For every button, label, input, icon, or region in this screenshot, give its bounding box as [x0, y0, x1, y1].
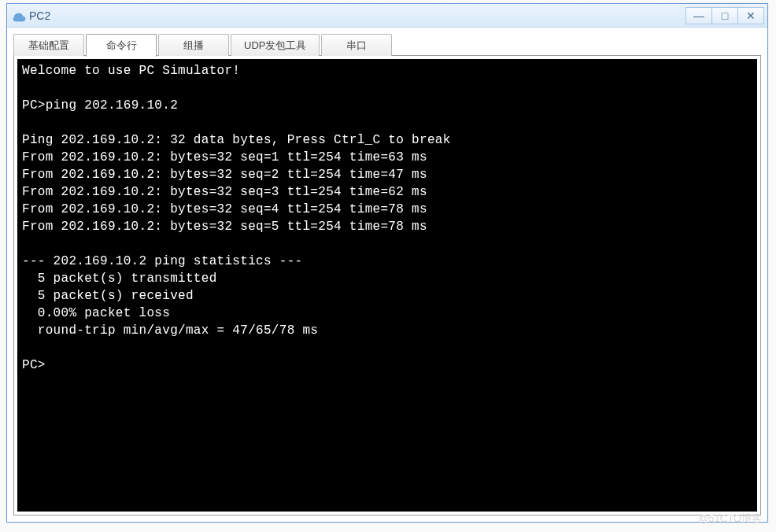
tab-command-line[interactable]: 命令行: [86, 34, 157, 57]
tab-udp-tool[interactable]: UDP发包工具: [231, 34, 320, 56]
ping-stats-header: --- 202.169.10.2 ping statistics ---: [22, 254, 302, 268]
titlebar[interactable]: PC2 — □ ✕: [7, 4, 767, 28]
app-icon: [12, 9, 26, 23]
minimize-button[interactable]: —: [685, 7, 712, 24]
ping-reply: From 202.169.10.2: bytes=32 seq=1 ttl=25…: [22, 150, 427, 164]
tab-serial[interactable]: 串口: [321, 34, 392, 56]
app-window: PC2 — □ ✕ 基础配置 命令行 组播 UDP发包工具 串口 Welcome…: [6, 3, 768, 523]
tab-basic-config[interactable]: 基础配置: [13, 34, 84, 56]
window-controls: — □ ✕: [686, 7, 764, 24]
tab-label: UDP发包工具: [244, 39, 306, 53]
ping-reply: From 202.169.10.2: bytes=32 seq=4 ttl=25…: [22, 202, 427, 216]
terminal-prompt: PC>: [22, 358, 46, 372]
ping-reply: From 202.169.10.2: bytes=32 seq=3 ttl=25…: [22, 185, 427, 199]
tab-strip: 基础配置 命令行 组播 UDP发包工具 串口: [13, 34, 761, 56]
tab-label: 串口: [346, 39, 367, 53]
tab-label: 命令行: [106, 39, 137, 53]
close-button[interactable]: ✕: [737, 7, 764, 24]
ping-reply: From 202.169.10.2: bytes=32 seq=2 ttl=25…: [22, 168, 427, 182]
tab-panel: Welcome to use PC Simulator! PC>ping 202…: [13, 55, 761, 515]
ping-stat: round-trip min/avg/max = 47/65/78 ms: [22, 323, 318, 338]
ping-stat: 0.00% packet loss: [22, 306, 170, 320]
terminal-prompt: PC>: [22, 98, 46, 113]
ping-stat: 5 packet(s) received: [22, 289, 194, 303]
window-title: PC2: [29, 9, 686, 22]
maximize-button[interactable]: □: [711, 7, 738, 24]
ping-stat: 5 packet(s) transmitted: [22, 272, 217, 286]
tab-label: 基础配置: [28, 39, 69, 53]
terminal-command: ping 202.169.10.2: [46, 98, 178, 113]
tab-label: 组播: [183, 39, 204, 53]
client-area: 基础配置 命令行 组播 UDP发包工具 串口 Welcome to use PC…: [7, 28, 767, 522]
terminal-welcome: Welcome to use PC Simulator!: [22, 64, 240, 78]
terminal[interactable]: Welcome to use PC Simulator! PC>ping 202…: [17, 59, 757, 512]
tab-multicast[interactable]: 组播: [158, 34, 229, 56]
ping-header: Ping 202.169.10.2: 32 data bytes, Press …: [22, 133, 451, 147]
ping-reply: From 202.169.10.2: bytes=32 seq=5 ttl=25…: [22, 220, 427, 234]
